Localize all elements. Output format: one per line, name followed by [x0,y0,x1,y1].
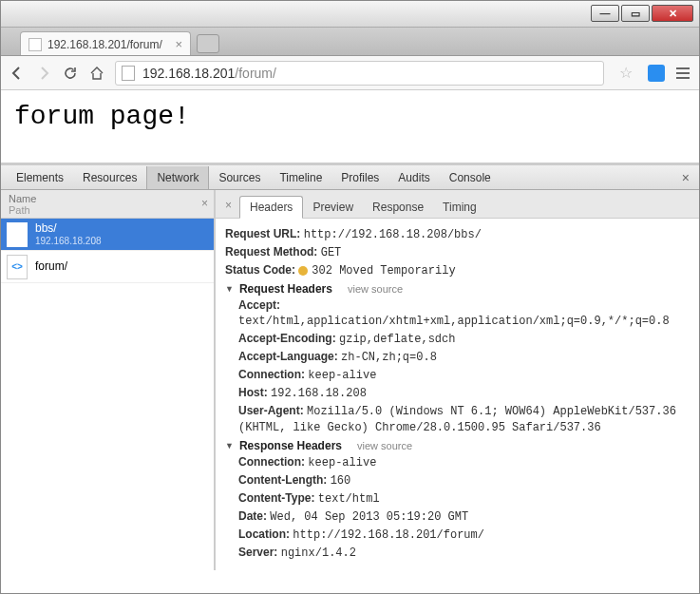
col-path-label: Path [9,204,206,216]
header-key: Date: [238,509,267,523]
header-key: Accept: [238,298,280,312]
header-key: Connection: [238,368,305,381]
devtools-panel: ElementsResourcesNetworkSourcesTimelineP… [1,163,699,570]
request-row[interactable]: bbs/192.168.18.208 [1,219,214,251]
extension-icon[interactable] [648,65,665,82]
devtools-tab-network[interactable]: Network [146,166,209,189]
details-tab-preview[interactable]: Preview [303,197,363,218]
header-value: zh-CN,zh;q=0.8 [341,351,437,364]
devtools-tab-resources[interactable]: Resources [73,166,146,189]
devtools-tab-elements[interactable]: Elements [7,166,73,189]
request-name: forum/ [35,260,67,273]
header-key: User-Agent: [238,404,304,417]
header-value: GET [321,246,342,259]
header-value: keep-alive [308,369,376,382]
header-value: 302 Moved Temporarily [312,264,455,278]
window-close-button[interactable]: ✕ [652,5,693,22]
header-value: gzip,deflate,sdch [339,333,455,346]
browser-tab[interactable]: 192.168.18.201/forum/ × [20,31,191,55]
col-name-label: Name [9,193,206,204]
network-request-list: Name Path × bbs/192.168.18.208<>forum/ [1,190,216,570]
window-titlebar: — ▭ ✕ [1,1,699,28]
request-path: 192.168.18.208 [35,235,102,247]
window-minimize-button[interactable]: — [591,5,619,22]
header-key: Accept-Encoding: [238,332,336,345]
devtools-tab-profiles[interactable]: Profiles [331,166,388,189]
document-icon [7,222,28,247]
reload-button[interactable] [62,65,79,82]
request-row[interactable]: <>forum/ [1,251,214,283]
status-dot-icon [298,266,308,276]
devtools-close-icon[interactable]: × [672,170,699,185]
details-tabstrip: × HeadersPreviewResponseTiming [216,190,699,219]
header-value: 192.168.18.208 [271,387,367,400]
network-details-panel: × HeadersPreviewResponseTiming Request U… [216,190,699,570]
back-button[interactable] [9,65,26,82]
html-file-icon: <> [7,255,28,279]
header-key: Request Method: [225,245,317,259]
new-tab-button[interactable] [197,34,219,53]
tab-close-icon[interactable]: × [167,37,182,51]
request-name: bbs/ [35,222,102,235]
header-value: keep-alive [308,456,376,469]
bookmark-star-icon[interactable]: ☆ [619,64,633,82]
page-content: forum page! [1,90,699,163]
header-value: http://192.168.18.201/forum/ [293,528,484,542]
devtools-tab-timeline[interactable]: Timeline [270,166,331,189]
header-value: http://192.168.18.208/bbs/ [304,228,482,241]
header-value: text/html,application/xhtml+xml,applicat… [238,315,670,328]
clear-icon[interactable]: × [201,197,208,210]
devtools-tab-console[interactable]: Console [440,166,501,189]
header-key: Status Code: [225,263,295,277]
header-value: Mozilla/5.0 (Windows NT 6.1; WOW64) Appl… [238,405,676,434]
header-key: Content-Type: [238,491,314,505]
header-value: 160 [331,474,351,488]
browser-tab-strip: 192.168.18.201/forum/ × [1,28,699,56]
request-list-header: Name Path × [1,190,214,219]
devtools-tabstrip: ElementsResourcesNetworkSourcesTimelineP… [1,165,699,190]
header-key: Connection: [238,455,305,469]
forward-button[interactable] [35,65,52,82]
address-bar[interactable]: 192.168.18.201/forum/ [115,61,604,86]
details-close-icon[interactable]: × [221,199,239,218]
header-value: nginx/1.4.2 [281,546,356,560]
response-headers-section[interactable]: Response Headersview source [225,439,690,452]
header-key: Content-Length: [238,473,327,487]
devtools-tab-audits[interactable]: Audits [388,166,439,189]
page-heading: forum page! [14,102,686,131]
devtools-tab-sources[interactable]: Sources [209,166,270,189]
details-tab-headers[interactable]: Headers [239,196,303,219]
header-value: text/html [318,492,380,506]
header-value: Wed, 04 Sep 2013 05:19:20 GMT [270,510,468,524]
header-key: Request URL: [225,227,300,240]
header-key: Host: [238,386,268,399]
url-text: 192.168.18.201/forum/ [142,66,276,81]
request-headers-section[interactable]: Request Headersview source [225,282,690,296]
details-tab-response[interactable]: Response [363,197,433,218]
header-key: Server: [238,546,277,559]
browser-toolbar: 192.168.18.201/forum/ ☆ [1,56,699,90]
favicon-icon [28,38,42,51]
header-key: Accept-Language: [238,350,338,363]
details-tab-timing[interactable]: Timing [433,197,486,218]
tab-title: 192.168.18.201/forum/ [47,38,162,51]
home-button[interactable] [88,65,105,82]
header-key: Location: [238,527,290,541]
menu-button[interactable] [674,67,691,79]
view-source-link[interactable]: view source [348,283,403,295]
page-icon [122,66,135,81]
window-maximize-button[interactable]: ▭ [621,5,650,22]
view-source-link[interactable]: view source [357,440,412,451]
headers-panel: Request URL: http://192.168.18.208/bbs/R… [216,219,699,570]
